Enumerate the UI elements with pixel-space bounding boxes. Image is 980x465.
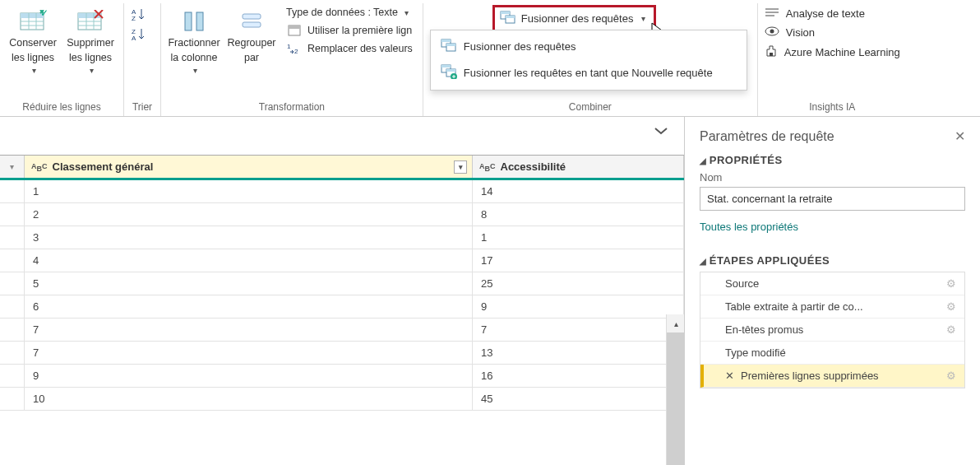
applied-steps-section-header[interactable]: ÉTAPES APPLIQUÉES bbox=[700, 254, 965, 267]
table-row[interactable]: 28 bbox=[0, 203, 684, 226]
all-properties-link[interactable]: Toutes les propriétés bbox=[700, 221, 798, 233]
step-label: Table extraite à partir de co... bbox=[725, 300, 863, 313]
row-handle[interactable] bbox=[0, 249, 25, 272]
grid-header-row: ▾ ABC Classement général ▾ ABC Accessibi… bbox=[0, 156, 684, 180]
text-analytics-label: Analyse de texte bbox=[786, 7, 865, 20]
workspace: ▾ ABC Classement général ▾ ABC Accessibi… bbox=[0, 117, 980, 465]
replace-values-button[interactable]: 12 Remplacer des valeurs bbox=[283, 41, 416, 56]
table-row[interactable]: 525 bbox=[0, 272, 684, 295]
cell: 13 bbox=[473, 342, 684, 364]
group-combine-label: Combiner bbox=[430, 101, 751, 114]
svg-rect-22 bbox=[243, 22, 261, 27]
table-row[interactable]: 31 bbox=[0, 226, 684, 249]
row-handle[interactable] bbox=[0, 272, 25, 295]
svg-rect-34 bbox=[446, 44, 455, 46]
step-promoted-headers[interactable]: En-têtes promus ⚙ bbox=[700, 319, 964, 342]
row-handle[interactable] bbox=[0, 365, 25, 387]
row-handle[interactable] bbox=[0, 180, 25, 202]
table-row[interactable]: 77 bbox=[0, 319, 684, 342]
merge-queries-split-button[interactable]: Fusionner des requêtes ▾ bbox=[492, 5, 657, 32]
menu-merge-queries-as-new[interactable]: Fusionner les requêtes en tant que Nouve… bbox=[431, 59, 747, 86]
svg-rect-21 bbox=[243, 14, 261, 19]
table-row[interactable]: 916 bbox=[0, 365, 684, 388]
use-first-row-button[interactable]: Utiliser la première lign bbox=[283, 23, 416, 38]
column-header-accessibilite[interactable]: ABC Accessibilité bbox=[473, 156, 684, 178]
column-header-classement-general[interactable]: ABC Classement général ▾ bbox=[25, 156, 473, 178]
sort-asc-button[interactable]: AZ bbox=[131, 7, 147, 23]
data-type-button[interactable]: Type de données : Texte bbox=[283, 5, 416, 20]
gear-icon[interactable]: ⚙ bbox=[946, 300, 956, 313]
properties-section-header[interactable]: PROPRIÉTÉS bbox=[700, 154, 965, 166]
group-by-button[interactable]: Regrouper par bbox=[225, 3, 278, 65]
cell: 1 bbox=[25, 180, 473, 202]
table-row[interactable]: 713 bbox=[0, 342, 684, 365]
row-handle[interactable] bbox=[0, 342, 25, 364]
merge-queries-new-icon bbox=[441, 64, 457, 81]
azure-ml-button[interactable]: Azure Machine Learning bbox=[765, 44, 900, 60]
text-analytics-button[interactable]: Analyse de texte bbox=[765, 7, 900, 21]
row-handle[interactable] bbox=[0, 203, 25, 226]
table-header-icon bbox=[286, 25, 303, 36]
svg-text:1: 1 bbox=[287, 43, 291, 50]
remove-rows-button[interactable]: Supprimer les lignes bbox=[64, 3, 117, 77]
scroll-track[interactable] bbox=[667, 332, 685, 465]
keep-rows-button[interactable]: ✓ Conserver les lignes bbox=[7, 3, 59, 77]
grid-body: 114283141752569777139161045 bbox=[0, 180, 684, 411]
svg-rect-36 bbox=[441, 65, 451, 67]
row-handle[interactable] bbox=[0, 388, 25, 410]
applied-steps-list: Source ⚙ Table extraite à partir de co..… bbox=[700, 272, 965, 388]
svg-text:Z: Z bbox=[132, 15, 136, 22]
table-row[interactable]: 114 bbox=[0, 180, 684, 203]
vision-button[interactable]: Vision bbox=[765, 26, 900, 40]
keep-rows-icon: ✓ bbox=[19, 7, 47, 36]
gear-icon[interactable]: ⚙ bbox=[946, 277, 956, 290]
remove-rows-icon bbox=[76, 7, 104, 36]
column-filter-button[interactable]: ▾ bbox=[454, 160, 467, 174]
group-sort: AZ ZA Trier bbox=[124, 3, 161, 116]
split-column-label: Fractionner la colonne bbox=[168, 36, 220, 65]
cell: 2 bbox=[25, 203, 473, 226]
cell: 45 bbox=[473, 388, 684, 410]
replace-values-icon: 12 bbox=[286, 43, 303, 54]
table-row[interactable]: 1045 bbox=[0, 388, 684, 411]
data-grid: ▾ ABC Classement général ▾ ABC Accessibi… bbox=[0, 155, 684, 411]
gear-icon[interactable]: ⚙ bbox=[946, 370, 956, 382]
scroll-up-button[interactable]: ▴ bbox=[667, 314, 685, 332]
step-removed-top-rows[interactable]: ✕Premières lignes supprimées ⚙ bbox=[700, 365, 964, 388]
step-source[interactable]: Source ⚙ bbox=[700, 272, 964, 295]
select-all-button[interactable]: ▾ bbox=[0, 156, 25, 178]
step-label: Premières lignes supprimées bbox=[741, 370, 879, 382]
expand-formula-bar-button[interactable] bbox=[653, 125, 669, 140]
merge-queries-icon bbox=[441, 39, 457, 54]
close-settings-button[interactable]: ✕ bbox=[955, 128, 965, 144]
column-header-label: Classement général bbox=[53, 160, 154, 173]
sort-desc-button[interactable]: ZA bbox=[131, 26, 147, 43]
delete-step-icon[interactable]: ✕ bbox=[725, 370, 734, 382]
menu-merge-queries-as-new-label: Fusionner les requêtes en tant que Nouve… bbox=[464, 67, 713, 79]
group-sort-label: Trier bbox=[131, 101, 154, 114]
menu-merge-queries[interactable]: Fusionner des requêtes bbox=[431, 34, 747, 59]
step-changed-type[interactable]: Type modifié bbox=[700, 342, 964, 365]
step-label: Type modifié bbox=[725, 346, 786, 359]
cell: 3 bbox=[25, 226, 473, 249]
column-header-label: Accessibilité bbox=[501, 160, 566, 173]
azure-ml-icon bbox=[765, 44, 778, 60]
vertical-scrollbar[interactable]: ▴ bbox=[666, 314, 684, 465]
table-row[interactable]: 69 bbox=[0, 295, 684, 319]
cell: 4 bbox=[25, 249, 473, 272]
svg-rect-38 bbox=[446, 69, 455, 72]
row-handle[interactable] bbox=[0, 226, 25, 249]
query-name-input[interactable] bbox=[700, 187, 965, 211]
cell: 6 bbox=[25, 295, 473, 318]
split-column-button[interactable]: Fractionner la colonne bbox=[168, 3, 220, 77]
row-handle[interactable] bbox=[0, 295, 25, 318]
query-settings-title: Paramètres de requête bbox=[700, 129, 834, 144]
row-handle[interactable] bbox=[0, 319, 25, 341]
table-row[interactable]: 417 bbox=[0, 249, 684, 272]
group-by-icon bbox=[239, 7, 264, 36]
step-table-extracted[interactable]: Table extraite à partir de co... ⚙ bbox=[700, 295, 964, 319]
cell: 5 bbox=[25, 272, 473, 295]
chevron-down-icon[interactable]: ▾ bbox=[641, 14, 645, 23]
merge-queries-menu: Fusionner des requêtes Fusionner les req… bbox=[430, 30, 747, 91]
gear-icon[interactable]: ⚙ bbox=[946, 323, 956, 336]
